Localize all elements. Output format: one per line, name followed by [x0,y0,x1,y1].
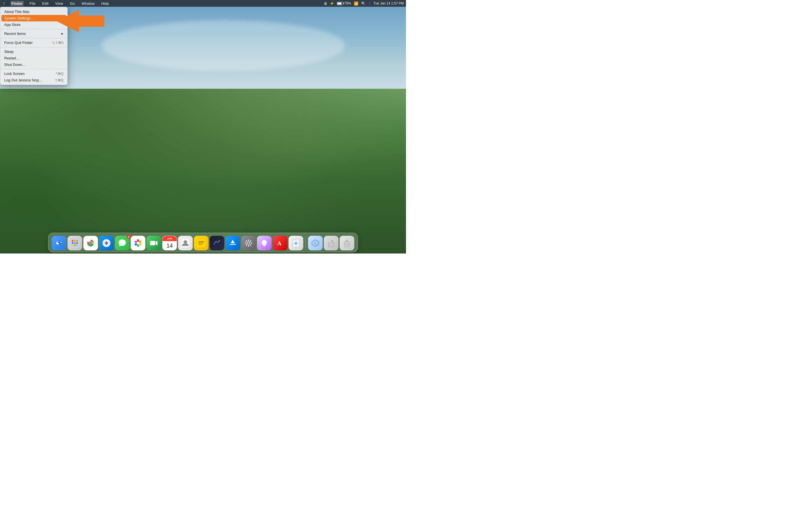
menubar-view[interactable]: View [54,1,64,6]
svg-point-14 [74,244,76,246]
battery-icon [337,2,343,5]
calendar-icon: JAN 14 [163,236,177,250]
svg-point-42 [248,242,250,244]
battery-percent: 75% [344,1,351,5]
menubar-left:  Finder File Edit View Go Window Help [2,1,110,6]
dock-item-arc[interactable] [257,236,272,250]
menu-separator-4 [0,69,67,69]
dock-item-messages[interactable]: 2 [115,236,130,250]
svg-point-31 [137,242,140,244]
menu-item-lock-screen[interactable]: Lock Screen ^⌘Q [0,70,67,77]
menubar-edit[interactable]: Edit [41,1,49,6]
messages-badge: 2 [126,235,131,239]
svg-point-9 [77,240,78,242]
menu-item-restart[interactable]: Restart… [0,55,67,61]
dock-separator [306,237,306,248]
menu-item-system-settings-label: System Settings… [4,16,35,20]
menubar-help[interactable]: Help [100,1,110,6]
bluetooth-icon[interactable]: ⚡ [330,1,334,5]
menu-item-force-quit[interactable]: Force Quit Finder ⌥⇧⌘0 [0,40,67,46]
dock-item-notes[interactable] [194,236,209,250]
dock-item-crystal[interactable] [308,236,323,250]
menu-item-shutdown-label: Shut Down… [4,62,26,67]
battery-indicator: 75% [337,1,351,5]
dock-item-calendar[interactable]: JAN 14 [162,236,177,250]
dock-item-photos[interactable] [131,236,146,250]
menu-separator-2 [0,38,67,38]
dock: 2 JAN 14 [48,233,358,252]
svg-rect-58 [328,242,334,247]
menu-item-logout-label: Log Out Jessica Siryj… [4,78,42,82]
dock-item-trash[interactable] [340,236,354,250]
svg-point-13 [72,244,73,246]
dock-item-finder[interactable] [52,236,66,250]
svg-point-5 [61,242,62,243]
svg-marker-33 [156,241,158,245]
menu-item-sleep-label: Sleep [4,50,13,54]
menu-item-sleep[interactable]: Sleep [0,48,67,55]
menubar-finder[interactable]: Finder [10,1,24,6]
menu-item-about-label: About This Mac [4,10,30,14]
menubar-right: ⊞ ⚡ 75% 📶 🔍 S Tue Jan 14 1:57 PM [324,1,404,6]
lock-screen-shortcut: ^⌘Q [56,72,63,76]
logout-shortcut: ⇧⌘Q [55,78,63,82]
dock-item-launchpad[interactable] [68,236,82,250]
wifi-icon[interactable]: 📶 [354,1,358,6]
menubar-window[interactable]: Window [80,1,96,6]
svg-point-19 [90,242,92,244]
svg-rect-39 [199,244,202,244]
calendar-month: JAN [163,236,177,241]
menu-item-app-store-label: App Store [4,22,20,27]
dock-item-system-prefs[interactable] [241,236,256,250]
dock-item-facetime[interactable] [147,236,161,250]
menu-item-system-settings[interactable]: System Settings… [1,15,66,21]
svg-point-40 [219,240,220,241]
svg-point-15 [77,244,78,246]
svg-point-11 [74,242,76,244]
menu-item-recent-items[interactable]: Recent Items ▶ [0,31,67,37]
svg-rect-46 [250,244,251,246]
dock-item-safari[interactable] [99,236,114,250]
svg-rect-43 [248,239,249,241]
datetime[interactable]: Tue Jan 14 1:57 PM [373,1,404,5]
menubar-file[interactable]: File [28,1,36,6]
apple-menu: About This Mac System Settings… App Stor… [0,7,68,85]
svg-rect-48 [246,244,247,246]
dock-item-contacts[interactable] [178,236,193,250]
controlcenter-icon[interactable]: ⊞ [324,1,327,6]
dock-item-appstore[interactable] [225,236,240,250]
menu-item-app-store[interactable]: App Store [0,21,67,28]
svg-text:A: A [277,240,282,246]
siri-icon[interactable]: S [368,2,370,5]
menu-item-restart-label: Restart… [4,56,20,60]
svg-rect-32 [150,241,155,245]
menu-item-lock-screen-label: Lock Screen [4,71,24,76]
svg-rect-49 [245,243,247,244]
dock-item-chrome[interactable] [84,236,98,250]
spotlight-icon[interactable]: 🔍 [361,1,366,6]
svg-rect-38 [199,242,204,243]
svg-rect-44 [250,240,251,242]
svg-point-12 [77,242,78,244]
svg-rect-50 [246,240,247,242]
menu-item-recent-items-label: Recent Items [4,32,26,36]
dock-item-preview[interactable] [289,236,303,250]
dock-item-freeform[interactable] [210,236,224,250]
menu-item-shutdown[interactable]: Shut Down… [0,61,67,68]
svg-point-10 [72,242,73,244]
menubar-go[interactable]: Go [69,1,76,6]
svg-rect-47 [248,245,249,247]
dock-item-trash-full[interactable] [324,236,339,250]
calendar-date: 14 [163,241,177,250]
svg-point-35 [184,240,187,244]
svg-point-7 [72,240,73,242]
svg-point-8 [74,240,76,242]
force-quit-shortcut: ⌥⇧⌘0 [51,41,63,45]
menu-item-logout[interactable]: Log Out Jessica Siryj… ⇧⌘Q [0,77,67,83]
menu-item-about[interactable]: About This Mac [0,8,67,15]
svg-point-3 [59,242,62,244]
svg-point-2 [56,242,59,244]
menubar:  Finder File Edit View Go Window Help ⊞… [0,0,406,7]
apple-menu-trigger[interactable]:  [2,1,6,6]
dock-item-adobe-acrobat[interactable]: A [273,236,288,250]
